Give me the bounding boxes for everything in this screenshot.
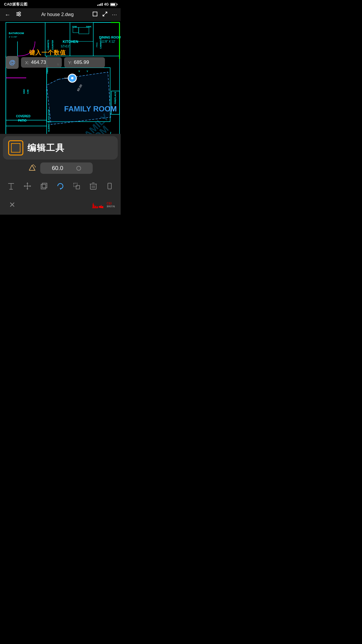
svg-text:FRIG: FRIG <box>96 42 98 47</box>
svg-marker-87 <box>60 188 61 190</box>
svg-line-74 <box>35 167 36 167</box>
svg-text:BATHROOM: BATHROOM <box>9 32 24 35</box>
watermark: CEI 游戏天地 <box>90 200 115 209</box>
scale-button[interactable] <box>69 178 84 194</box>
close-button[interactable]: ✕ <box>6 198 19 211</box>
svg-rect-88 <box>74 183 77 187</box>
watermark-subtext: 游戏天地 <box>107 205 115 208</box>
svg-marker-84 <box>30 185 31 187</box>
app-name: CAD派客云图 <box>4 2 27 7</box>
svg-line-72 <box>29 165 32 170</box>
svg-text:KITCHEN: KITCHEN <box>63 40 78 44</box>
svg-text:∨: ∨ <box>78 69 80 73</box>
extra-button[interactable] <box>102 178 117 194</box>
x-value: 464.73 <box>31 60 46 65</box>
file-title: Ar house 2.dwg <box>26 12 89 17</box>
network-type: 4G <box>104 2 109 6</box>
angle-value: 60.0 <box>52 165 63 172</box>
svg-marker-82 <box>27 188 28 190</box>
corner-tl <box>11 143 13 146</box>
y-value: 685.99 <box>74 60 89 65</box>
svg-rect-96 <box>108 183 111 189</box>
svg-point-5 <box>19 15 20 16</box>
text-button[interactable] <box>3 178 19 194</box>
bottom-panel: 编辑工具 60.0 <box>0 134 121 215</box>
edit-tools-inner-icon <box>11 143 20 153</box>
prompt-text: 键入一个数值 <box>29 49 66 57</box>
back-button[interactable]: ← <box>3 11 12 18</box>
svg-text:CAB: CAB <box>27 90 29 94</box>
svg-line-75 <box>33 164 33 165</box>
corner-tr <box>18 143 20 146</box>
bottom-bar: ✕ CEI 游戏天地 <box>0 197 121 215</box>
angle-row: 60.0 <box>0 161 121 176</box>
corner-br <box>18 150 20 153</box>
action-row <box>0 176 121 197</box>
y-label: Y: <box>68 60 72 65</box>
angle-icon <box>28 163 36 173</box>
svg-rect-85 <box>41 184 46 189</box>
edit-tools-banner: 编辑工具 <box>3 136 118 160</box>
more-icon[interactable]: ··· <box>112 12 117 18</box>
svg-point-54 <box>71 77 73 79</box>
svg-marker-83 <box>24 185 25 187</box>
svg-text:COVERED: COVERED <box>16 115 30 118</box>
toolbar-actions: ··· <box>92 11 117 18</box>
svg-text:12'x11': 12'x11' <box>61 45 70 48</box>
toolbar: ← Ar house 2.dwg <box>0 8 121 21</box>
status-bar: CAD派客云图 4G <box>0 0 121 8</box>
degree-circle <box>76 166 81 171</box>
svg-text:PATIO: PATIO <box>18 119 27 122</box>
delete-button[interactable] <box>86 178 101 194</box>
settings-icon[interactable] <box>15 11 23 18</box>
svg-text:DINING ROOM: DINING ROOM <box>99 36 121 39</box>
frame-icon[interactable] <box>92 11 98 18</box>
status-right: 4G <box>97 2 117 6</box>
battery-icon <box>110 3 117 6</box>
x-label: X: <box>25 60 29 65</box>
svg-text:∨: ∨ <box>86 69 88 73</box>
svg-text:SLIDING GLASS DOOR: SLIDING GLASS DOOR <box>48 109 50 132</box>
coord-bar: @ X: 464.73 Y: 685.99 <box>6 56 121 69</box>
at-button[interactable]: @ <box>6 56 19 69</box>
svg-point-3 <box>19 12 20 13</box>
svg-rect-6 <box>93 12 97 16</box>
edit-tools-label: 编辑工具 <box>27 142 65 154</box>
svg-line-73 <box>33 164 36 167</box>
svg-rect-89 <box>76 186 80 189</box>
edit-tools-icon <box>8 140 23 155</box>
watermark-text: CEI <box>107 202 112 205</box>
angle-value-box[interactable]: 60.0 <box>40 162 93 174</box>
expand-icon[interactable] <box>102 11 108 18</box>
svg-text:SINK: SINK <box>23 89 25 94</box>
svg-text:4' X 4'8": 4' X 4'8" <box>9 36 17 38</box>
svg-text:FIREPLACE: FIREPLACE <box>114 92 117 104</box>
move-button[interactable] <box>20 178 35 194</box>
y-coordinate-box[interactable]: Y: 685.99 <box>64 57 105 68</box>
corner-bl <box>11 150 13 153</box>
svg-text:11'8" X 12': 11'8" X 12' <box>101 40 115 43</box>
copy-button[interactable] <box>36 178 52 194</box>
rotate-button[interactable] <box>53 178 68 194</box>
svg-marker-81 <box>27 182 28 184</box>
svg-rect-86 <box>42 183 47 188</box>
x-coordinate-box[interactable]: X: 464.73 <box>21 57 62 68</box>
battery-fill <box>111 4 115 6</box>
svg-point-4 <box>17 13 19 15</box>
signal-icon <box>97 3 103 6</box>
